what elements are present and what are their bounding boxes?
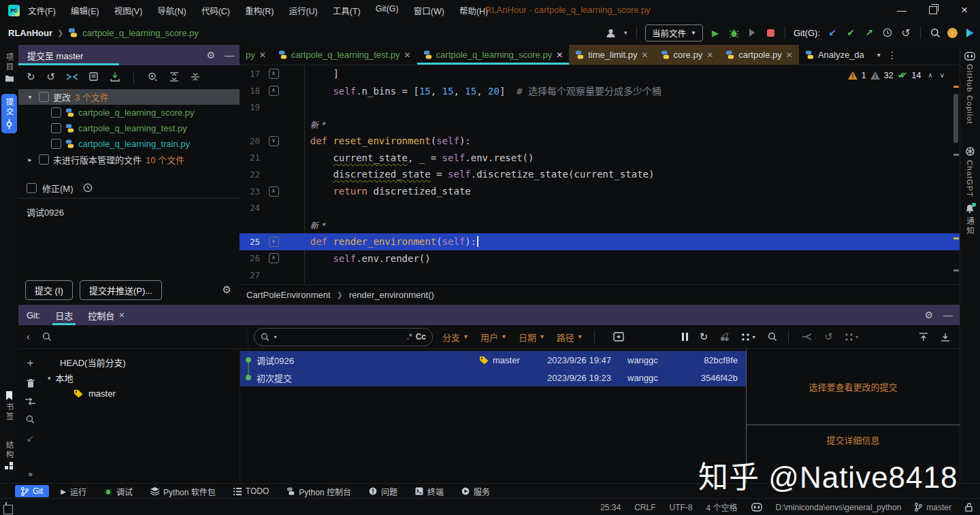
copilot-status-icon[interactable] — [751, 503, 762, 512]
toolwindow-services[interactable]: 服务 — [455, 484, 496, 499]
toolwindow-run[interactable]: ▶ 运行 — [54, 484, 93, 499]
toolwindow-todo[interactable]: TODO — [227, 485, 275, 497]
code-line[interactable]: 26 ∧ self.env.render() — [240, 250, 960, 267]
line-ending-selector[interactable]: CRLF — [634, 503, 655, 512]
branch-row-master[interactable]: master — [42, 386, 240, 401]
git-push-icon[interactable]: ↗ — [863, 27, 875, 39]
toolwindow-tab-bookmarks[interactable]: 书签 — [0, 391, 18, 421]
editor-tab-active[interactable]: cartpole_q_learning_score.py✕ — [417, 45, 570, 65]
scrollbar-thumb[interactable] — [953, 94, 958, 143]
update-available-icon[interactable]: ↑ — [947, 28, 958, 38]
code-area[interactable]: 17 ∧ ] 18 ∧ self.n_bins = [15, 15, 15, 2… — [240, 65, 960, 284]
interpreter-selector[interactable]: D:\miniconda\envs\general_python — [776, 503, 902, 512]
presentation-settings-icon[interactable]: ▼ — [741, 333, 756, 342]
menu-run[interactable]: 运行(U) — [289, 4, 317, 17]
menu-navigate[interactable]: 导航(N) — [157, 4, 186, 17]
debug-button[interactable] — [728, 27, 740, 39]
commit-button[interactable]: 提交 (I) — [25, 280, 73, 300]
fold-marker-icon[interactable]: ∧ — [269, 186, 279, 197]
toolwindow-tab-commit[interactable]: 提交 — [1, 94, 17, 133]
menu-help[interactable]: 帮助(H) — [459, 4, 488, 17]
branch-group-local[interactable]: ▾ 本地 — [42, 370, 240, 386]
code-line[interactable]: 22 discretized_state = self.discretize_s… — [240, 166, 960, 183]
more-icon[interactable]: » — [28, 469, 33, 479]
pause-icon[interactable] — [682, 333, 688, 341]
encoding-selector[interactable]: UTF-8 — [670, 503, 693, 512]
inspections-widget[interactable]: 1 32 ✔✔ 14 ∧ ∨ — [848, 70, 945, 80]
filter-date[interactable]: 日期▼ — [519, 331, 545, 344]
stripe-mark[interactable] — [953, 269, 959, 271]
stripe-mark-caret[interactable] — [953, 237, 959, 239]
history-clock-icon[interactable] — [83, 183, 93, 193]
menu-edit[interactable]: 编辑(E) — [71, 4, 99, 17]
file-checkbox[interactable] — [51, 107, 61, 118]
menu-window[interactable]: 窗口(W) — [414, 4, 444, 17]
search-icon[interactable] — [26, 415, 35, 424]
menu-tools[interactable]: 工具(T) — [333, 4, 361, 17]
commit-row[interactable]: 初次提交 2023/9/26 19:23 wanggc 3546f42b — [240, 369, 746, 386]
toolwindow-git[interactable]: Git — [15, 485, 49, 497]
log-search-field[interactable]: ▼ .* Cc — [254, 328, 433, 346]
chevron-left-icon[interactable]: ‹ — [27, 331, 30, 342]
fold-marker-icon[interactable]: ∨ — [269, 237, 279, 247]
scroll-to-bottom-icon[interactable] — [941, 333, 950, 342]
git-commit-check-icon[interactable]: ✔ — [845, 27, 857, 39]
toolwindow-terminal[interactable]: 终端 — [409, 484, 450, 499]
filter-path[interactable]: 路径▼ — [557, 331, 583, 344]
tabs-more-icon[interactable]: ⋮ — [887, 50, 897, 61]
match-case-toggle[interactable]: Cc — [416, 332, 426, 342]
menu-git[interactable]: Git(G) — [376, 4, 399, 17]
go-to-hash-icon[interactable] — [613, 332, 624, 342]
unversioned-checkbox[interactable] — [39, 154, 49, 165]
chevron-collapsed-icon[interactable]: ▸ — [25, 156, 35, 163]
add-icon[interactable]: + — [27, 357, 33, 369]
commit-and-push-button[interactable]: 提交并推送(P)... — [80, 280, 162, 300]
editor-tab[interactable]: cartpole_q_learning_test.py✕ — [272, 45, 417, 65]
toolwindow-tab-structure[interactable]: 结构 — [0, 441, 18, 469]
file-checkbox[interactable] — [51, 139, 61, 149]
inlay-hint[interactable]: 新 * — [310, 120, 325, 130]
code-line[interactable]: 18 ∧ self.n_bins = [15, 15, 15, 20] # 选择… — [240, 82, 960, 99]
next-problem-icon[interactable]: ∨ — [940, 71, 945, 79]
breadcrumb-project[interactable]: RLAnHour — [8, 28, 52, 38]
toolwindow-tab-copilot[interactable]: GitHub Copilot — [960, 52, 980, 124]
close-icon[interactable]: ✕ — [706, 50, 713, 60]
refresh-icon[interactable]: ↻ — [27, 71, 35, 83]
history-clock-icon[interactable] — [881, 27, 894, 39]
chevron-expanded-icon[interactable]: ▾ — [25, 93, 35, 101]
fold-marker-icon[interactable]: ∧ — [269, 69, 279, 79]
unshelve-icon[interactable] — [110, 72, 120, 82]
editor-tab[interactable]: py✕ — [240, 45, 272, 65]
caret-position[interactable]: 25:34 — [600, 503, 621, 512]
changes-group-row[interactable]: ▾ 更改 3 个文件 — [18, 89, 240, 105]
fold-marker-icon[interactable]: ∧ — [269, 253, 279, 263]
restore-button[interactable] — [917, 0, 949, 20]
changed-file-row[interactable]: cartpole_q_learning_test.py — [18, 120, 240, 136]
toolwindow-python-console[interactable]: Python 控制台 — [280, 484, 357, 499]
refresh-icon[interactable]: ↻ — [700, 331, 708, 343]
toolwindow-debug[interactable]: 调试 — [98, 484, 139, 499]
layout-widget[interactable] — [0, 503, 7, 512]
chevron-expanded-icon[interactable]: ▾ — [48, 375, 51, 382]
shelve-icon[interactable] — [67, 73, 78, 81]
prev-problem-icon[interactable]: ∧ — [928, 71, 932, 79]
editor-tab[interactable]: time_limit.py✕ — [569, 45, 654, 65]
close-icon[interactable]: ✕ — [556, 50, 563, 60]
code-line[interactable]: 27 — [240, 267, 960, 284]
close-icon[interactable]: ✕ — [404, 50, 411, 60]
regex-toggle[interactable]: .* — [407, 332, 412, 342]
code-line[interactable]: 21 current_state, _ = self.env.reset() — [240, 149, 960, 166]
filter-user[interactable]: 用户▼ — [480, 331, 507, 344]
close-icon[interactable]: ✕ — [641, 50, 648, 60]
gear-icon[interactable]: ⚙ — [223, 284, 231, 296]
search-icon[interactable] — [42, 332, 52, 342]
undo-icon[interactable]: ↺ — [900, 27, 912, 39]
code-line-current[interactable]: 25 ∨ def render_environment(self): — [240, 233, 960, 250]
toolwindow-tab-chatgpt[interactable]: ChatGPT — [960, 146, 980, 197]
git-update-icon[interactable]: ↙ — [826, 27, 838, 39]
search-icon[interactable] — [768, 332, 777, 342]
changed-file-row[interactable]: cartpole_q_learning_train.py — [18, 136, 240, 152]
trash-icon[interactable] — [27, 379, 35, 388]
filter-branch[interactable]: 分支▼ — [442, 331, 469, 344]
compare-arrows-icon[interactable] — [25, 397, 35, 405]
